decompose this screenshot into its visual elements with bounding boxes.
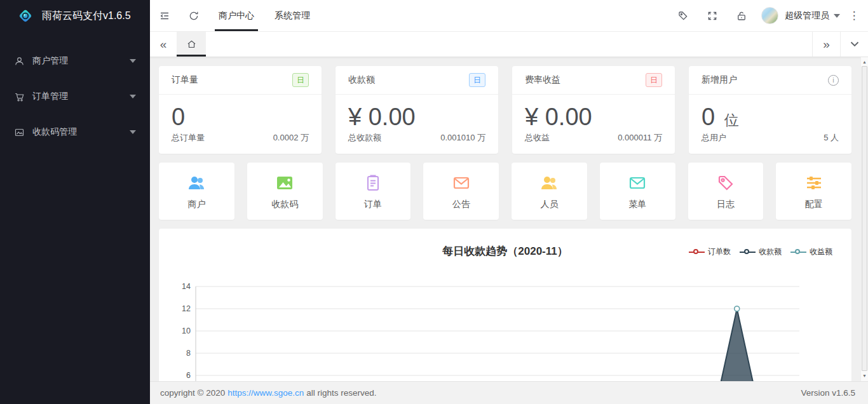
staff-users-icon xyxy=(539,173,559,193)
tabs-scroll-right-button[interactable]: » xyxy=(812,32,840,57)
topnav-label: 系统管理 xyxy=(275,10,310,22)
stat-foot-label: 总用户 xyxy=(702,132,726,144)
more-options-button[interactable]: ⋮ xyxy=(840,0,868,31)
image-icon xyxy=(14,127,25,138)
stat-title: 费率收益 xyxy=(525,74,560,86)
user-menu[interactable]: 超级管理员 xyxy=(785,0,840,31)
svg-text:14: 14 xyxy=(182,283,191,291)
info-icon[interactable]: i xyxy=(828,75,839,86)
sidebar: 雨荷云码支付v1.6.5 商户管理 订单管理 收款码 xyxy=(0,0,150,404)
stat-value-suffix: 位 xyxy=(724,112,739,128)
user-avatar[interactable] xyxy=(761,7,778,24)
scroll-down-arrow-icon[interactable]: ▼ xyxy=(861,371,868,380)
copyright-suffix: all rights reserved. xyxy=(306,388,376,398)
shortcut-orders[interactable]: 订单 xyxy=(336,163,411,220)
legend-marker-icon xyxy=(790,249,806,255)
shortcut-label: 日志 xyxy=(717,199,735,210)
scroll-up-arrow-icon[interactable]: ▲ xyxy=(861,57,868,66)
fullscreen-button[interactable] xyxy=(698,0,727,31)
refresh-icon xyxy=(188,10,200,22)
fullscreen-icon xyxy=(707,10,718,22)
sidebar-collapse-button[interactable] xyxy=(150,0,179,31)
stat-card-fee-profit: 费率收益 日 ¥ 0.00 总收益 0.000011 万 xyxy=(512,66,675,154)
footer-link[interactable]: https://www.sgoe.cn xyxy=(227,388,304,398)
shortcut-merchants[interactable]: 商户 xyxy=(159,163,234,220)
stat-title: 订单量 xyxy=(172,74,198,86)
stat-value-number: 0 xyxy=(702,104,715,130)
stat-foot-label: 总收款额 xyxy=(348,132,381,144)
stat-title: 新增用户 xyxy=(702,74,737,86)
shortcut-label: 配置 xyxy=(805,199,823,210)
shortcut-menus[interactable]: 菜单 xyxy=(600,163,675,220)
stat-card-income: 收款额 日 ¥ 0.00 总收款额 0.001010 万 xyxy=(336,66,498,154)
tabbar-spacer xyxy=(206,32,812,57)
chart-legend: 订单数 收款额 收益额 xyxy=(689,246,832,257)
sidebar-item-label: 商户管理 xyxy=(32,55,68,67)
chevron-down-icon xyxy=(850,41,859,47)
stats-row: 订单量 日 0 总订单量 0.0002 万 收款额 日 ¥ 0.00 xyxy=(159,66,851,154)
sidebar-item-order-management[interactable]: 订单管理 xyxy=(0,79,150,114)
vertical-scrollbar[interactable]: ▲ ▼ xyxy=(860,57,868,381)
topnav-system-management[interactable]: 系统管理 xyxy=(264,0,320,31)
topnav-merchant-center[interactable]: 商户中心 xyxy=(208,0,264,31)
qrcode-image-icon xyxy=(275,173,295,193)
trend-line-chart: 14121086 xyxy=(165,283,840,381)
chevron-down-icon xyxy=(130,130,136,134)
stat-value: 0 xyxy=(159,95,322,132)
shortcut-label: 商户 xyxy=(187,199,205,210)
shortcuts-row: 商户 收款码 订单 xyxy=(159,163,851,220)
stat-foot-value: 5 人 xyxy=(824,132,839,144)
sidebar-item-qrcode-management[interactable]: 收款码管理 xyxy=(0,114,150,150)
app-title: 雨荷云码支付v1.6.5 xyxy=(42,10,131,23)
topbar: 商户中心 系统管理 xyxy=(150,0,868,32)
copyright-text: copyright © 2020 xyxy=(160,388,225,398)
shortcut-label: 人员 xyxy=(540,199,558,210)
config-sliders-icon xyxy=(804,173,824,193)
content: 订单量 日 0 总订单量 0.0002 万 收款额 日 ¥ 0.00 xyxy=(150,57,868,381)
announcement-mail-icon xyxy=(451,173,471,193)
legend-label: 收益额 xyxy=(810,246,832,257)
chevron-down-icon xyxy=(834,14,840,18)
svg-text:12: 12 xyxy=(182,304,191,313)
legend-item-profit[interactable]: 收益额 xyxy=(790,246,832,257)
stat-foot-label: 总订单量 xyxy=(172,132,205,144)
legend-marker-icon xyxy=(740,249,756,255)
scrollbar-thumb[interactable] xyxy=(862,66,867,371)
tabs-menu-button[interactable] xyxy=(840,32,868,57)
app-logo-row: 雨荷云码支付v1.6.5 xyxy=(0,0,150,32)
stat-foot-label: 总收益 xyxy=(525,132,550,144)
chevron-down-icon xyxy=(130,59,136,63)
tab-home[interactable] xyxy=(177,32,206,57)
shortcut-staff[interactable]: 人员 xyxy=(512,163,587,220)
shortcut-config[interactable]: 配置 xyxy=(776,163,851,220)
shortcut-label: 订单 xyxy=(364,199,382,210)
daily-trend-chart-card: 每日收款趋势（2020-11） 订单数 收款额 收益额 xyxy=(159,229,851,381)
refresh-button[interactable] xyxy=(179,0,208,31)
stat-title: 收款额 xyxy=(348,74,375,86)
shortcut-label: 公告 xyxy=(452,199,470,210)
stat-value: ¥ 0.00 xyxy=(336,95,498,132)
daily-badge: 日 xyxy=(292,73,309,87)
tabs-scroll-left-button[interactable]: « xyxy=(150,32,177,57)
app-root: 雨荷云码支付v1.6.5 商户管理 订单管理 收款码 xyxy=(0,0,868,404)
log-tag-icon xyxy=(715,173,736,193)
main-column: 商户中心 系统管理 xyxy=(150,0,868,404)
user-icon xyxy=(14,56,25,67)
shortcut-qrcode[interactable]: 收款码 xyxy=(247,163,323,220)
tabbar: « » xyxy=(150,32,868,57)
home-icon xyxy=(186,39,197,50)
shortcut-logs[interactable]: 日志 xyxy=(688,163,764,220)
legend-item-orders[interactable]: 订单数 xyxy=(689,246,731,257)
sidebar-item-merchant-management[interactable]: 商户管理 xyxy=(0,43,150,79)
shortcut-announcements[interactable]: 公告 xyxy=(423,163,499,220)
topnav-label: 商户中心 xyxy=(219,10,254,22)
lock-screen-button[interactable] xyxy=(727,0,756,31)
chevron-down-icon xyxy=(130,95,136,98)
stat-foot-value: 0.000011 万 xyxy=(618,132,662,144)
svg-text:10: 10 xyxy=(182,327,191,335)
legend-item-income[interactable]: 收款额 xyxy=(740,246,782,257)
tag-icon xyxy=(677,10,689,22)
tag-button[interactable] xyxy=(668,0,698,31)
user-name: 超级管理员 xyxy=(785,10,829,22)
svg-text:6: 6 xyxy=(186,371,191,380)
